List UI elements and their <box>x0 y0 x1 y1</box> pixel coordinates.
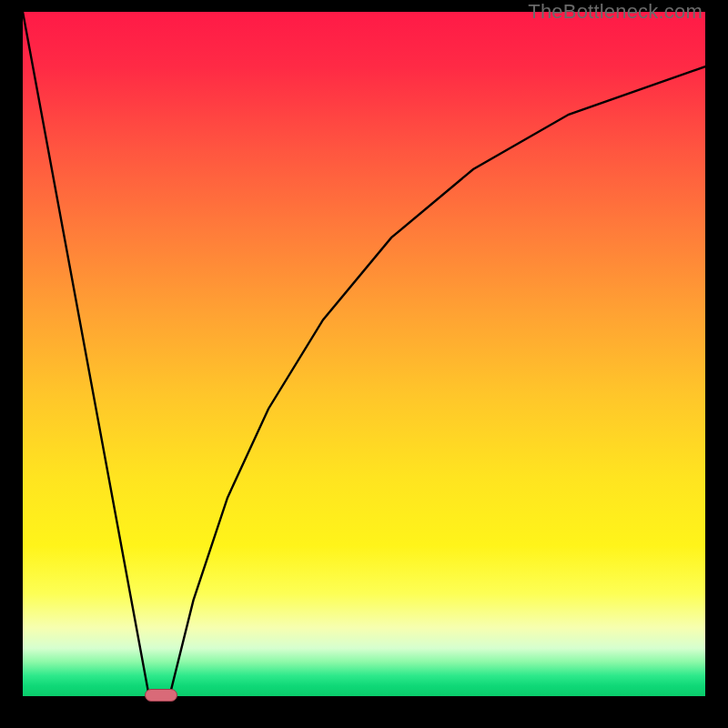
plot-area <box>23 12 705 696</box>
watermark-text: TheBottleneck.com <box>528 0 703 24</box>
bottleneck-curve <box>23 12 705 696</box>
chart-frame: TheBottleneck.com <box>0 0 728 728</box>
optimal-range-marker <box>145 689 178 702</box>
